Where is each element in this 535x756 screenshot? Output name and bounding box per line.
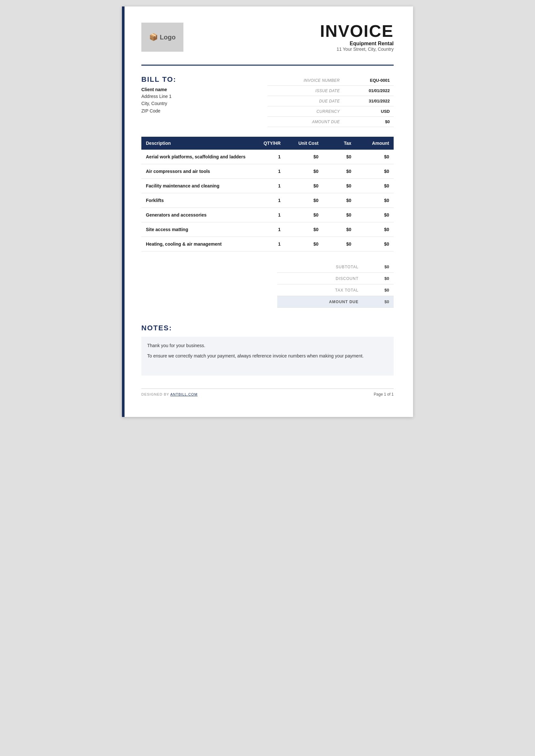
- table-header-row: Description QTY/HR Unit Cost Tax Amount: [141, 137, 394, 149]
- page-info: Page 1 of 1: [374, 392, 394, 396]
- item-description: Generators and accessories: [141, 208, 255, 222]
- meta-row: DUE DATE 31/01/2022: [268, 96, 394, 106]
- company-name: Equipment Rental: [320, 41, 394, 46]
- item-amount: $0: [356, 193, 394, 208]
- table-row: Generators and accessories 1 $0 $0 $0: [141, 208, 394, 222]
- col-unit-cost: Unit Cost: [285, 137, 323, 149]
- table-body: Aerial work platforms, scaffolding and l…: [141, 149, 394, 252]
- item-qty: 1: [255, 164, 285, 179]
- logo-icon: 📦: [149, 33, 158, 41]
- item-tax: $0: [323, 193, 356, 208]
- invoice-title: INVOICE: [320, 23, 394, 40]
- meta-row-value: EQU-0001: [344, 75, 394, 86]
- tax-total-label: TAX TOTAL: [277, 284, 363, 296]
- antbill-link[interactable]: ANTBILL.COM: [170, 392, 197, 396]
- item-tax: $0: [323, 164, 356, 179]
- item-tax: $0: [323, 237, 356, 252]
- item-description: Facility maintenance and cleaning: [141, 179, 255, 193]
- item-amount: $0: [356, 222, 394, 237]
- logo-box: 📦 Logo: [141, 23, 183, 52]
- table-row: Facility maintenance and cleaning 1 $0 $…: [141, 179, 394, 193]
- invoice-page: 📦 Logo INVOICE Equipment Rental 11 Your …: [122, 7, 413, 417]
- item-amount: $0: [356, 179, 394, 193]
- col-description: Description: [141, 137, 255, 149]
- item-tax: $0: [323, 222, 356, 237]
- item-description: Heating, cooling & air management: [141, 237, 255, 252]
- header-right: INVOICE Equipment Rental 11 Your Street,…: [320, 23, 394, 52]
- col-tax: Tax: [323, 137, 356, 149]
- item-amount: $0: [356, 208, 394, 222]
- amount-due-label: AMOUNT DUE: [277, 296, 363, 308]
- item-unit-cost: $0: [285, 222, 323, 237]
- amount-due-row: AMOUNT DUE $0: [277, 296, 394, 308]
- bill-to-title: BILL TO:: [141, 75, 268, 84]
- item-tax: $0: [323, 149, 356, 164]
- meta-row: AMOUNT DUE $0: [268, 117, 394, 127]
- subtotal-row: SUBTOTAL $0: [277, 261, 394, 273]
- meta-row-label: CURRENCY: [268, 106, 344, 117]
- table-row: Air compressors and air tools 1 $0 $0 $0: [141, 164, 394, 179]
- divider-line: [141, 65, 394, 66]
- company-address: 11 Your Street, City, Country: [320, 46, 394, 52]
- meta-row-value: USD: [344, 106, 394, 117]
- item-qty: 1: [255, 179, 285, 193]
- item-qty: 1: [255, 149, 285, 164]
- item-description: Air compressors and air tools: [141, 164, 255, 179]
- meta-row-value: $0: [344, 117, 394, 127]
- discount-value: $0: [363, 273, 394, 284]
- invoice-header: 📦 Logo INVOICE Equipment Rental 11 Your …: [141, 23, 394, 52]
- col-qty: QTY/HR: [255, 137, 285, 149]
- item-qty: 1: [255, 208, 285, 222]
- table-row: Aerial work platforms, scaffolding and l…: [141, 149, 394, 164]
- item-unit-cost: $0: [285, 208, 323, 222]
- address-line3: ZIP Code: [141, 107, 268, 114]
- item-description: Forklifts: [141, 193, 255, 208]
- table-row: Site access matting 1 $0 $0 $0: [141, 222, 394, 237]
- table-row: Forklifts 1 $0 $0 $0: [141, 193, 394, 208]
- item-tax: $0: [323, 179, 356, 193]
- discount-row: DISCOUNT $0: [277, 273, 394, 284]
- meta-row: CURRENCY USD: [268, 106, 394, 117]
- left-accent-bar: [122, 7, 125, 417]
- notes-line2: To ensure we correctly match your paymen…: [147, 352, 388, 360]
- table-header: Description QTY/HR Unit Cost Tax Amount: [141, 137, 394, 149]
- footer-left: DESIGNED BY ANTBILL.COM: [141, 392, 198, 396]
- item-tax: $0: [323, 208, 356, 222]
- item-description: Site access matting: [141, 222, 255, 237]
- notes-line1: Thank you for your business.: [147, 342, 388, 349]
- bill-to-block: BILL TO: Client name Address Line 1 City…: [141, 75, 268, 114]
- address-line2: City, Country: [141, 100, 268, 107]
- address-line1: Address Line 1: [141, 93, 268, 100]
- tax-total-value: $0: [363, 284, 394, 296]
- item-unit-cost: $0: [285, 164, 323, 179]
- col-amount: Amount: [356, 137, 394, 149]
- meta-row-label: INVOICE NUMBER: [268, 75, 344, 86]
- notes-section: NOTES: Thank you for your business. To e…: [141, 324, 394, 376]
- item-amount: $0: [356, 149, 394, 164]
- subtotal-value: $0: [363, 261, 394, 273]
- item-amount: $0: [356, 237, 394, 252]
- item-unit-cost: $0: [285, 179, 323, 193]
- item-amount: $0: [356, 164, 394, 179]
- logo-text: Logo: [160, 34, 176, 41]
- amount-due-value: $0: [363, 296, 394, 308]
- footer: DESIGNED BY ANTBILL.COM Page 1 of 1: [141, 389, 394, 396]
- totals-table: SUBTOTAL $0 DISCOUNT $0 TAX TOTAL $0 AMO…: [277, 261, 394, 308]
- subtotal-label: SUBTOTAL: [277, 261, 363, 273]
- item-qty: 1: [255, 237, 285, 252]
- invoice-meta: INVOICE NUMBER EQU-0001 ISSUE DATE 01/01…: [268, 75, 394, 127]
- client-name: Client name: [141, 87, 268, 92]
- item-description: Aerial work platforms, scaffolding and l…: [141, 149, 255, 164]
- meta-row-label: DUE DATE: [268, 96, 344, 106]
- item-unit-cost: $0: [285, 237, 323, 252]
- item-unit-cost: $0: [285, 193, 323, 208]
- item-qty: 1: [255, 222, 285, 237]
- discount-label: DISCOUNT: [277, 273, 363, 284]
- meta-row: ISSUE DATE 01/01/2022: [268, 86, 394, 96]
- client-address: Address Line 1 City, Country ZIP Code: [141, 93, 268, 114]
- notes-box: Thank you for your business. To ensure w…: [141, 337, 394, 376]
- tax-total-row: TAX TOTAL $0: [277, 284, 394, 296]
- item-qty: 1: [255, 193, 285, 208]
- notes-title: NOTES:: [141, 324, 394, 332]
- line-items-table: Description QTY/HR Unit Cost Tax Amount …: [141, 137, 394, 252]
